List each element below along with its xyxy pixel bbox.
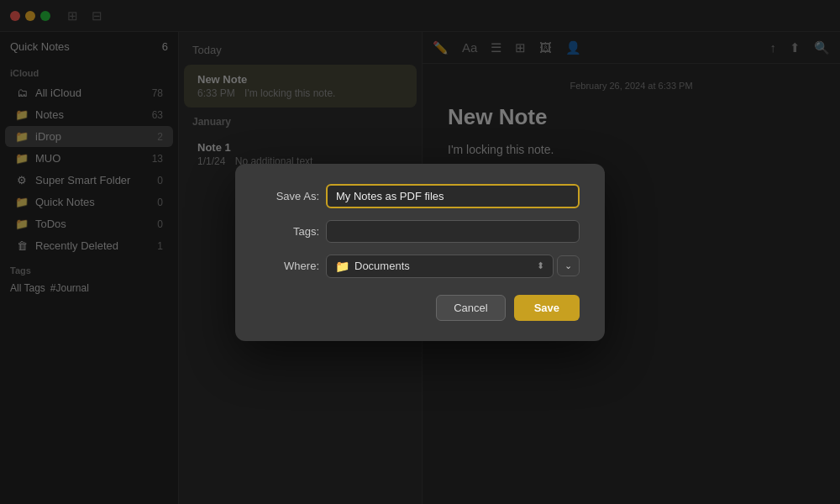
chevron-up-down-icon: ⬍: [537, 260, 544, 271]
tags-row: Tags:: [260, 220, 580, 243]
save-as-input[interactable]: [326, 184, 580, 208]
cancel-button[interactable]: Cancel: [436, 295, 505, 321]
save-as-row: Save As:: [260, 184, 580, 208]
dialog-buttons: Cancel Save: [260, 295, 580, 321]
save-dialog: Save As: Tags: Where: 📁 Documents ⬍ ⌄ Ca…: [235, 164, 605, 341]
tags-label: Tags:: [260, 225, 319, 238]
save-button[interactable]: Save: [514, 295, 580, 321]
where-select[interactable]: 📁 Documents ⬍: [326, 255, 554, 278]
documents-folder-icon: 📁: [335, 260, 349, 273]
dialog-overlay: Save As: Tags: Where: 📁 Documents ⬍ ⌄ Ca…: [0, 0, 840, 504]
where-container: 📁 Documents ⬍ ⌄: [326, 255, 580, 278]
expand-button[interactable]: ⌄: [557, 255, 580, 276]
where-value: Documents: [354, 260, 410, 272]
tags-input[interactable]: [326, 220, 580, 243]
save-as-label: Save As:: [260, 190, 319, 202]
where-label: Where:: [260, 260, 319, 272]
where-row: Where: 📁 Documents ⬍ ⌄: [260, 255, 580, 278]
